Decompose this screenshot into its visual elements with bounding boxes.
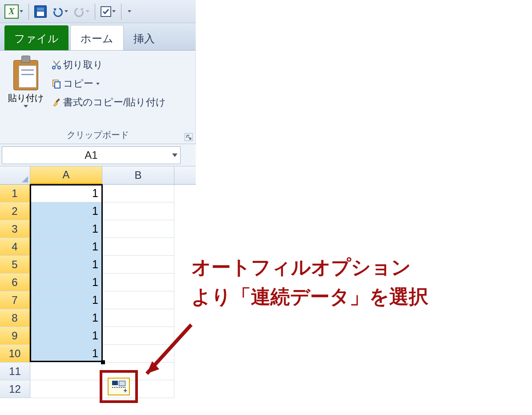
chevron-down-icon <box>20 10 23 12</box>
autofill-options-button[interactable]: + <box>108 378 130 395</box>
paste-button[interactable]: 貼り付け <box>4 54 47 127</box>
cell[interactable] <box>102 291 174 309</box>
row-header[interactable]: 9 <box>0 327 30 345</box>
annotation-line2: より「連続データ」を選択 <box>191 286 428 307</box>
chevron-down-icon <box>24 105 28 108</box>
cell[interactable]: 1 <box>30 202 102 220</box>
cell[interactable]: 1 <box>30 309 102 327</box>
cell[interactable]: 1 <box>30 291 102 309</box>
cell[interactable]: 1 <box>30 274 102 291</box>
cell[interactable] <box>30 380 102 398</box>
clipboard-group-title: クリップボード <box>4 127 191 143</box>
checkbox-toggle-button[interactable] <box>99 4 117 19</box>
fill-handle[interactable] <box>101 360 105 364</box>
format-painter-label: 書式のコピー/貼り付け <box>63 96 166 109</box>
ribbon-tabs: ファイル ホーム 挿入 <box>0 23 196 51</box>
annotation-arrow <box>133 320 205 393</box>
cell[interactable] <box>102 185 174 202</box>
cell[interactable]: 1 <box>30 345 102 363</box>
undo-icon <box>52 6 64 17</box>
cell[interactable]: 1 <box>30 185 102 202</box>
copy-button[interactable]: コピー <box>50 74 191 93</box>
cut-label: 切り取り <box>63 58 103 72</box>
separator <box>121 4 121 20</box>
row-header[interactable]: 10 <box>0 345 30 363</box>
save-button[interactable] <box>32 4 48 20</box>
row-header[interactable]: 12 <box>0 380 30 398</box>
chevron-down-icon <box>128 10 131 12</box>
annotation-line1: オートフィルオプション <box>191 256 411 278</box>
customize-qat-button[interactable] <box>125 8 133 14</box>
chevron-down-icon <box>86 10 89 12</box>
undo-button[interactable] <box>50 4 70 19</box>
excel-app-icon[interactable]: X <box>3 3 25 20</box>
annotation-highlight-box: + <box>100 370 138 403</box>
cut-button[interactable]: 切り取り <box>50 56 191 74</box>
annotation-text: オートフィルオプション より「連続データ」を選択 <box>191 253 428 311</box>
chevron-down-icon <box>112 10 116 12</box>
cell[interactable] <box>102 274 174 291</box>
redo-icon <box>73 6 85 17</box>
tab-home[interactable]: ホーム <box>70 25 124 50</box>
cell[interactable]: 1 <box>30 327 102 345</box>
checkbox-icon <box>101 6 111 17</box>
copy-label: コピー <box>63 77 93 90</box>
chevron-down-icon <box>172 153 177 157</box>
redo-button[interactable] <box>72 4 91 19</box>
paste-label: 貼り付け <box>8 92 44 104</box>
tab-insert[interactable]: 挿入 <box>124 25 165 50</box>
row-header[interactable]: 2 <box>0 202 30 220</box>
separator <box>95 4 95 20</box>
row-header[interactable]: 1 <box>0 185 30 202</box>
brush-icon <box>50 97 63 107</box>
name-box-value: A1 <box>85 149 97 161</box>
clipboard-group: 貼り付け 切り取り コピー <box>0 51 196 144</box>
cell[interactable] <box>102 256 174 274</box>
autofill-options-icon: + <box>112 381 125 392</box>
row-header[interactable]: 5 <box>0 256 30 274</box>
cell[interactable]: 1 <box>30 256 102 274</box>
svg-rect-3 <box>55 82 60 88</box>
separator <box>28 4 29 20</box>
paste-icon <box>12 56 39 90</box>
ribbon: 貼り付け 切り取り コピー <box>0 51 196 144</box>
save-icon <box>34 5 47 18</box>
cell[interactable] <box>30 363 102 380</box>
column-header-a[interactable]: A <box>30 166 102 184</box>
row-header[interactable]: 7 <box>0 291 30 309</box>
row-header[interactable]: 3 <box>0 220 30 238</box>
scissors-icon <box>50 60 63 70</box>
row-header[interactable]: 11 <box>0 363 30 380</box>
row-header[interactable]: 6 <box>0 274 30 291</box>
select-all-corner[interactable] <box>0 166 30 184</box>
svg-rect-4 <box>56 98 60 103</box>
cell[interactable]: 1 <box>30 238 102 256</box>
dialog-launcher-button[interactable] <box>185 133 193 141</box>
name-box[interactable]: A1 <box>2 146 181 164</box>
fx-area <box>182 146 196 164</box>
row-header[interactable]: 8 <box>0 309 30 327</box>
copy-icon <box>50 79 63 89</box>
quick-access-toolbar: X <box>0 0 196 23</box>
row-headers: 1 2 3 4 5 6 7 8 9 10 11 12 <box>0 185 30 398</box>
cell[interactable] <box>102 238 174 256</box>
chevron-down-icon <box>96 83 100 85</box>
column-header-b[interactable]: B <box>102 166 174 184</box>
tab-file[interactable]: ファイル <box>4 25 69 50</box>
cell[interactable]: 1 <box>30 220 102 238</box>
formula-bar-row: A1 <box>0 144 196 166</box>
column-headers: A B <box>0 166 196 185</box>
cell[interactable] <box>102 202 174 220</box>
row-header[interactable]: 4 <box>0 238 30 256</box>
chevron-down-icon <box>64 10 68 12</box>
cell[interactable] <box>102 220 174 238</box>
format-painter-button[interactable]: 書式のコピー/貼り付け <box>50 93 191 112</box>
